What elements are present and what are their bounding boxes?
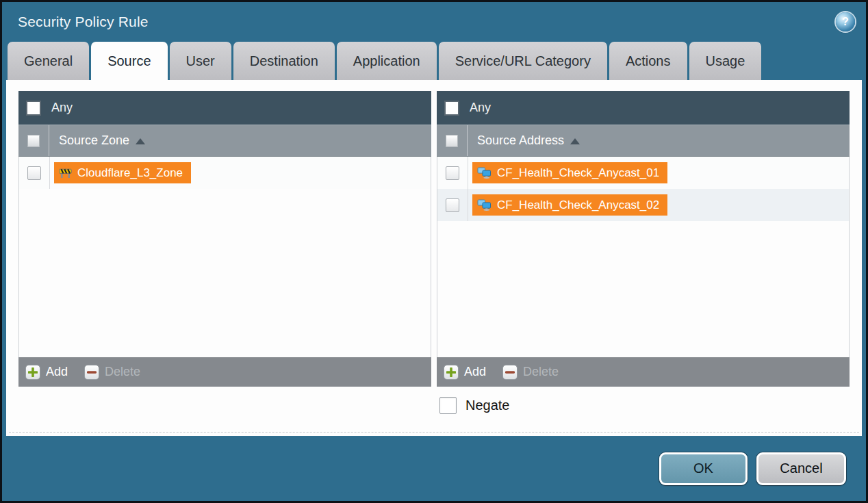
title-bar: Security Policy Rule ? xyxy=(2,2,866,42)
source-zone-column-title: Source Zone xyxy=(59,133,129,148)
tab-actions[interactable]: Actions xyxy=(609,42,687,80)
source-tab-content: Any Source Zone xyxy=(6,80,862,436)
ok-button[interactable]: OK xyxy=(659,452,748,485)
help-icon[interactable]: ? xyxy=(836,12,855,31)
source-zone-panel: Any Source Zone xyxy=(18,91,431,387)
add-label: Add xyxy=(46,365,68,379)
table-row: CF_Health_Check_Anycast_01 xyxy=(437,157,849,189)
tab-usage[interactable]: Usage xyxy=(689,42,762,80)
dialog-title: Security Policy Rule xyxy=(18,14,149,30)
address-icon xyxy=(477,167,492,179)
source-address-toolbar: Add Delete xyxy=(437,357,850,387)
zone-icon xyxy=(59,168,72,179)
source-address-column-header[interactable]: Source Address xyxy=(437,125,850,157)
source-address-add-button[interactable]: Add xyxy=(444,365,486,380)
negate-label: Negate xyxy=(465,398,510,413)
sort-ascending-icon xyxy=(136,138,145,144)
sort-ascending-icon xyxy=(570,138,580,144)
source-address-entry[interactable]: CF_Health_Check_Anycast_02 xyxy=(472,194,667,216)
source-address-column-title: Source Address xyxy=(477,133,564,148)
tab-user[interactable]: User xyxy=(170,42,231,80)
security-policy-rule-dialog: Security Policy Rule ? General Source Us… xyxy=(0,0,868,503)
source-zone-add-button[interactable]: Add xyxy=(25,365,68,380)
plus-icon xyxy=(444,365,459,380)
address-icon xyxy=(477,199,492,211)
minus-icon xyxy=(84,365,99,380)
source-address-row-checkbox[interactable] xyxy=(446,198,459,212)
tab-source[interactable]: Source xyxy=(91,42,167,80)
source-address-delete-button[interactable]: Delete xyxy=(502,365,559,380)
source-zone-toolbar: Add Delete xyxy=(18,357,431,387)
source-address-entry-label: CF_Health_Check_Anycast_02 xyxy=(497,198,659,212)
source-zone-column-header[interactable]: Source Zone xyxy=(18,125,431,157)
table-row: CF_Health_Check_Anycast_02 xyxy=(437,189,849,221)
dialog-footer: OK Cancel xyxy=(2,436,866,501)
table-row: Cloudflare_L3_Zone xyxy=(19,157,431,189)
plus-icon xyxy=(25,365,40,380)
minus-icon xyxy=(502,365,518,380)
source-zone-select-all-checkbox[interactable] xyxy=(27,135,40,147)
source-address-entry[interactable]: CF_Health_Check_Anycast_01 xyxy=(472,162,667,183)
negate-control[interactable]: Negate xyxy=(437,397,510,414)
source-zone-entry[interactable]: Cloudflare_L3_Zone xyxy=(54,162,191,183)
source-address-row-checkbox[interactable] xyxy=(446,166,459,180)
source-address-any-checkbox[interactable] xyxy=(444,101,459,116)
source-zone-any-bar: Any xyxy=(18,91,431,125)
negate-checkbox[interactable] xyxy=(439,397,457,414)
source-zone-any-checkbox[interactable] xyxy=(26,101,41,116)
source-address-any-label: Any xyxy=(470,101,491,115)
source-address-list: CF_Health_Check_Anycast_01 xyxy=(437,157,850,357)
delete-label: Delete xyxy=(105,365,140,379)
source-zone-row-checkbox[interactable] xyxy=(27,166,41,180)
tab-bar: General Source User Destination Applicat… xyxy=(2,42,866,80)
source-address-panel: Any Source Address xyxy=(437,91,850,387)
tab-application[interactable]: Application xyxy=(337,42,437,80)
tab-destination[interactable]: Destination xyxy=(233,42,335,80)
cancel-button[interactable]: Cancel xyxy=(756,452,846,485)
source-zone-delete-button[interactable]: Delete xyxy=(84,365,140,380)
source-address-entry-label: CF_Health_Check_Anycast_01 xyxy=(497,166,659,180)
source-zone-any-label: Any xyxy=(51,101,73,115)
help-glyph: ? xyxy=(842,16,849,28)
negate-row: Negate xyxy=(18,397,850,414)
tab-general[interactable]: General xyxy=(8,42,89,80)
source-zone-list: Cloudflare_L3_Zone xyxy=(18,157,431,357)
tab-service-url-category[interactable]: Service/URL Category xyxy=(439,42,607,80)
source-zone-entry-label: Cloudflare_L3_Zone xyxy=(77,166,183,180)
delete-label: Delete xyxy=(523,365,559,379)
source-address-any-bar: Any xyxy=(437,91,850,125)
source-address-select-all-checkbox[interactable] xyxy=(446,135,458,147)
add-label: Add xyxy=(464,365,486,379)
